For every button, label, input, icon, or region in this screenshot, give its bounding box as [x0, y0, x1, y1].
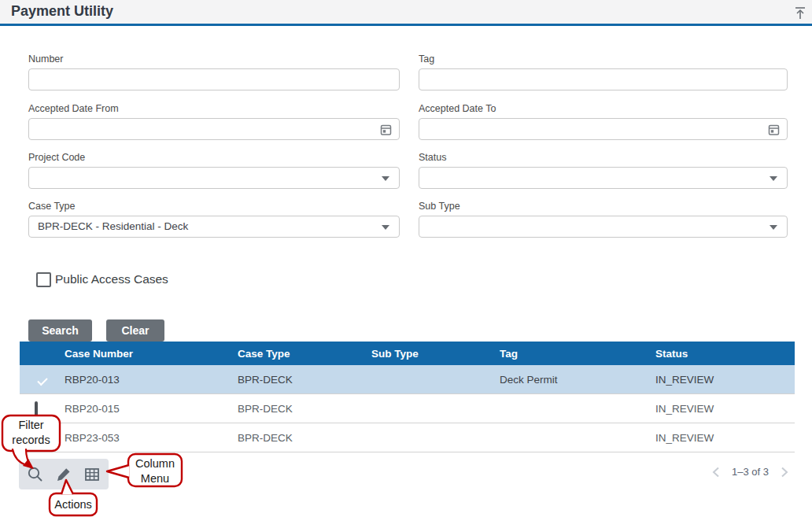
cell-status: IN_REVIEW — [655, 432, 795, 444]
column-menu-icon[interactable] — [83, 465, 102, 484]
page-title: Payment Utility — [11, 3, 113, 20]
chevron-down-icon — [770, 225, 777, 230]
col-header-status[interactable]: Status — [655, 348, 795, 360]
status-select[interactable] — [419, 167, 788, 189]
next-page-icon[interactable] — [781, 467, 788, 478]
case-type-label: Case Type — [28, 201, 400, 212]
actions-callout: Actions — [50, 497, 97, 512]
cell-status: IN_REVIEW — [655, 374, 795, 386]
cell-status: IN_REVIEW — [655, 403, 795, 415]
actions-icon[interactable] — [54, 465, 73, 484]
chevron-down-icon — [770, 176, 777, 181]
table-header-row: Case Number Case Type Sub Type Tag Statu… — [20, 342, 795, 365]
accepted-date-from-group: Accepted Date From — [28, 103, 400, 140]
cell-case-type: BPR-DECK — [238, 432, 371, 444]
row-checkbox[interactable] — [35, 401, 38, 416]
col-header-case-number[interactable]: Case Number — [65, 348, 238, 360]
number-label: Number — [28, 54, 400, 65]
cell-case-type: BPR-DECK — [238, 374, 371, 386]
project-code-label: Project Code — [28, 152, 400, 163]
cell-case-number: RBP20-015 — [65, 403, 238, 415]
column-menu-callout: Column Menu — [128, 456, 182, 486]
payment-utility-page: Payment Utility Number Tag Accepted Date… — [0, 0, 812, 517]
filter-records-icon[interactable] — [26, 465, 45, 484]
clear-button[interactable]: Clear — [106, 319, 164, 342]
pagination-range-label: 1–3 of 3 — [732, 466, 769, 478]
status-group: Status — [419, 152, 788, 189]
sub-type-label: Sub Type — [419, 201, 788, 212]
title-bar: Payment Utility — [0, 0, 812, 26]
filter-records-callout: Filter records — [2, 418, 60, 448]
case-type-group: Case Type BPR-DECK - Residential - Deck — [28, 201, 400, 238]
previous-page-icon[interactable] — [712, 467, 720, 478]
accepted-date-to-input[interactable] — [419, 118, 788, 140]
accepted-date-to-label: Accepted Date To — [419, 103, 788, 114]
col-header-tag[interactable]: Tag — [500, 348, 655, 360]
tag-input[interactable] — [419, 69, 787, 90]
calendar-icon[interactable] — [380, 124, 392, 139]
accepted-date-from-input[interactable] — [28, 118, 400, 140]
tag-label: Tag — [419, 54, 788, 65]
cell-case-number: RBP23-053 — [65, 432, 238, 444]
tag-field-group: Tag — [419, 54, 788, 90]
public-access-cases-label: Public Access Cases — [55, 272, 168, 286]
cell-tag: Deck Permit — [500, 374, 655, 386]
cell-case-number: RBP20-013 — [65, 374, 238, 386]
sub-type-group: Sub Type — [419, 201, 788, 238]
status-label: Status — [419, 152, 788, 163]
col-header-sub-type[interactable]: Sub Type — [371, 348, 500, 360]
col-header-case-type[interactable]: Case Type — [238, 348, 371, 360]
project-code-select[interactable] — [28, 167, 400, 189]
sub-type-select[interactable] — [419, 216, 788, 238]
accepted-date-to-group: Accepted Date To — [419, 103, 788, 140]
collapse-to-top-icon[interactable] — [792, 4, 809, 21]
search-button[interactable]: Search — [28, 319, 92, 342]
accepted-date-from-label: Accepted Date From — [28, 103, 400, 114]
calendar-icon[interactable] — [768, 124, 780, 139]
case-type-select[interactable]: BPR-DECK - Residential - Deck — [28, 216, 400, 238]
public-access-cases-checkbox[interactable] — [36, 272, 51, 287]
results-table: Case Number Case Type Sub Type Tag Statu… — [20, 342, 795, 452]
chevron-down-icon — [382, 176, 389, 181]
number-field-group: Number — [28, 54, 400, 90]
pagination: 1–3 of 3 — [712, 466, 788, 478]
cell-case-type: BPR-DECK — [238, 403, 371, 415]
number-input[interactable] — [29, 69, 399, 90]
table-row[interactable]: RBP23-053 BPR-DECK IN_REVIEW — [20, 423, 795, 452]
table-row[interactable]: RBP20-015 BPR-DECK IN_REVIEW — [20, 394, 795, 423]
project-code-group: Project Code — [28, 152, 400, 189]
table-toolbar — [19, 459, 109, 489]
case-type-value: BPR-DECK - Residential - Deck — [29, 216, 399, 237]
chevron-down-icon — [382, 225, 389, 230]
table-row[interactable]: RBP20-013 BPR-DECK Deck Permit IN_REVIEW — [20, 365, 795, 394]
